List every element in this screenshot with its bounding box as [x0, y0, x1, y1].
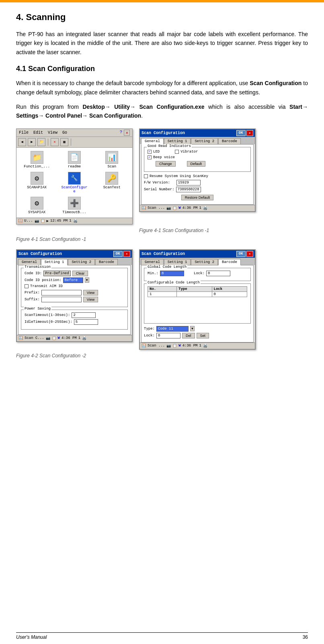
- sc-general-close-btn[interactable]: ✕: [246, 130, 253, 136]
- scan-config-general-block: Scan Configuration OK ✕ General Setting …: [139, 128, 256, 224]
- led-checkbox[interactable]: ✓: [148, 150, 152, 154]
- vibrator-label: Vibrator: [180, 150, 198, 154]
- serial-row: Serial Number: 7309500228: [144, 187, 251, 192]
- type-value[interactable]: Code 11: [156, 326, 189, 332]
- sc-general-statusbar: 🪟 Scan ... 📷 📋 W 4:36 PM 1 🖨️: [140, 205, 255, 211]
- function-icon: 📁: [31, 151, 43, 164]
- scantest-icon: 🔑: [105, 172, 118, 185]
- code-id-value[interactable]: Pre-Defined: [43, 271, 70, 276]
- folder-btn[interactable]: 📁: [37, 138, 45, 146]
- resume-checkbox[interactable]: [144, 174, 148, 178]
- clear-btn[interactable]: Clear: [72, 271, 88, 276]
- icon-timeoutb[interactable]: ➕ TimeoutB...: [57, 197, 91, 214]
- min-label: Min.:: [148, 271, 158, 275]
- suffix-input[interactable]: [41, 297, 82, 302]
- lock-value[interactable]: 0: [206, 271, 230, 276]
- set-btn[interactable]: Set: [197, 333, 209, 338]
- beep-checkbox[interactable]: ✓: [148, 155, 152, 159]
- menu-edit[interactable]: Edit: [33, 130, 43, 135]
- tab-barcode-bc[interactable]: Barcode: [218, 259, 241, 265]
- explorer-toolbar: ◀ ▶ 📁 ✕ ▦: [16, 137, 132, 148]
- scantest-label: ScanTest: [103, 185, 121, 190]
- icon-scantest[interactable]: 🔑 ScanTest: [95, 172, 129, 194]
- icon-scanapiax[interactable]: ⚙️ SCANAPIAX: [20, 172, 54, 194]
- scan-timeout-value[interactable]: 2: [72, 312, 96, 318]
- sysapiax-label: SYSAPIAX: [28, 210, 45, 214]
- serial-value: 7309500228: [176, 187, 201, 192]
- tab-barcode-s2[interactable]: Setting 2: [191, 259, 218, 265]
- lock2-row: Lock: 0 Del Set: [144, 333, 251, 338]
- fig2-caption: Figure 4-2 Scan Configuration -2: [16, 353, 86, 359]
- tab-general[interactable]: General: [141, 138, 164, 145]
- sc-general-tabs: General Setting 1 Setting 2 Barcode: [140, 137, 255, 144]
- type-arrow[interactable]: ▼: [190, 326, 195, 331]
- tab-setting1-s2[interactable]: Setting 2: [68, 259, 95, 265]
- forward-btn[interactable]: ▶: [28, 138, 36, 146]
- lock2-value[interactable]: 0: [156, 333, 180, 338]
- sc-setting1-titlebar: Scan Configuration OK ✕: [17, 250, 132, 258]
- restore-btn[interactable]: Restore Default: [181, 195, 214, 200]
- icon-readme[interactable]: 📄 readme: [57, 151, 91, 169]
- code-id-pos-row: Code ID position: Before ▼: [25, 277, 124, 283]
- default-btn[interactable]: Default: [187, 161, 206, 167]
- prefix-input[interactable]: [41, 290, 82, 296]
- tab-setting1-barcode[interactable]: Barcode: [95, 259, 118, 265]
- sc-barcode-body: Global Code Length Min.: 8 Lock: 0 Confi…: [141, 265, 254, 342]
- chapter-title-section: 4. Scanning The PT-90 has an integrated …: [16, 12, 308, 57]
- fw-label: F/W Version:: [144, 181, 170, 185]
- tab-barcode-general[interactable]: General: [141, 259, 164, 265]
- sc-barcode-titlebar: Scan Configuration OK ✕: [140, 250, 255, 258]
- vibrator-checkbox[interactable]: [175, 150, 179, 154]
- tab-setting1-general[interactable]: General: [18, 259, 41, 265]
- sc-setting1-ok-btn[interactable]: OK: [113, 251, 123, 257]
- prefix-row: Prefix: View: [25, 290, 124, 296]
- icon-scan[interactable]: 📊 Scan: [95, 151, 129, 169]
- sc-general-title-buttons: OK ✕: [236, 130, 253, 136]
- explorer-statusbar: 🪟 U... 📷 📋 ▶ 12:45 PM 1 🖨️: [16, 218, 132, 224]
- explorer-window-block: File Edit View Go ? ✕ ◀ ▶ 📁 ✕ ▦: [16, 128, 133, 224]
- beep-row: ✓ Beep voice: [148, 155, 247, 159]
- sc-general-ok-btn[interactable]: OK: [236, 130, 246, 136]
- tab-barcode-s1[interactable]: Setting 1: [164, 259, 191, 265]
- menu-view[interactable]: View: [48, 130, 57, 135]
- view-btn1[interactable]: View: [83, 290, 98, 296]
- menu-go[interactable]: Go: [62, 130, 67, 135]
- code-length-table: No. Type Lock 1 0: [148, 286, 247, 297]
- sc-barcode-title-text: Scan Configuration: [141, 252, 185, 256]
- tab-setting2[interactable]: Setting 2: [191, 138, 218, 144]
- tab-setting1[interactable]: Setting 1: [164, 138, 191, 144]
- icon-scanconfigure[interactable]: 🔧 ScanConfigure: [57, 172, 91, 194]
- transmission-group: Transmission Code ID: Pre-Defined Clear …: [21, 268, 128, 307]
- scanconfigure-label: ScanConfigure: [62, 185, 88, 194]
- icon-function[interactable]: 📁 Function_...: [20, 151, 54, 169]
- change-btn[interactable]: Change: [156, 161, 176, 167]
- tab-setting1-s1[interactable]: Setting 1: [41, 259, 68, 265]
- figure-41-captions: Figure 4-1 Scan Configuration -1: [16, 227, 308, 233]
- sc-general-titlebar: Scan Configuration OK ✕: [140, 129, 255, 137]
- back-btn[interactable]: ◀: [18, 138, 26, 146]
- code-id-pos-value[interactable]: Before: [63, 277, 83, 283]
- transmit-aim-checkbox[interactable]: [25, 284, 29, 288]
- section-41: 4.1 Scan Configuration When it is necess…: [16, 65, 308, 120]
- fw-row: F/W Version: 15929: [144, 180, 251, 185]
- min-value[interactable]: 8: [160, 271, 184, 276]
- sc-barcode-ok-btn[interactable]: OK: [236, 251, 246, 257]
- sc-barcode-close-btn[interactable]: ✕: [246, 251, 253, 257]
- start-icon: 🪟: [18, 219, 23, 223]
- view-btn2[interactable]: View: [83, 297, 98, 302]
- code-id-pos-arrow[interactable]: ▼: [85, 277, 89, 283]
- scan-config-setting1-window: Scan Configuration OK ✕ General Setting …: [16, 249, 133, 342]
- sc-setting1-close-btn[interactable]: ✕: [123, 251, 130, 257]
- idle-timeout-value[interactable]: 5: [74, 319, 98, 325]
- icon-sysapiax[interactable]: ⚙️ SYSAPIAX: [20, 197, 54, 214]
- tab-barcode[interactable]: Barcode: [218, 138, 241, 144]
- figure-41-row: File Edit View Go ? ✕ ◀ ▶ 📁 ✕ ▦: [16, 128, 308, 224]
- del-btn[interactable]: Del: [182, 333, 195, 338]
- menu-file[interactable]: File: [19, 130, 29, 135]
- sc-barcode-statusbar: 🪟 Scan ... 📷 📋 W 4:36 PM 1 🖨️: [140, 342, 255, 349]
- grid-btn[interactable]: ▦: [60, 138, 68, 146]
- cut-btn[interactable]: ✕: [51, 138, 59, 146]
- prefix-label: Prefix:: [25, 291, 40, 295]
- sc-setting1-title-text: Scan Configuration: [18, 252, 62, 256]
- readme-icon: 📄: [68, 151, 81, 164]
